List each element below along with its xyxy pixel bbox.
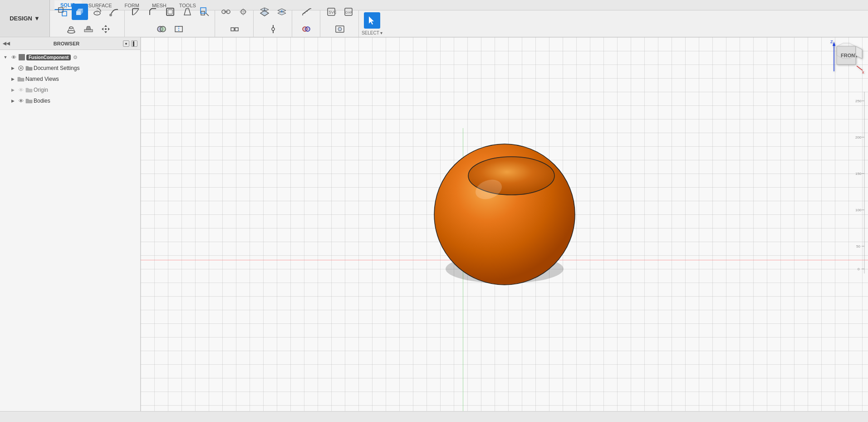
root-gear[interactable]: ⚙ <box>72 54 79 61</box>
toolbar-group-inspect: INSPECT ▾ <box>293 10 320 37</box>
browser-collapse-button[interactable]: ▌ <box>131 40 137 47</box>
toolbar-group-modify: MODIFY ▾ <box>126 10 215 37</box>
draft-button[interactable] <box>179 4 196 20</box>
svg-text:x: x <box>862 70 864 74</box>
viewport[interactable]: Z FRONT x 250 200 150 <box>141 37 868 411</box>
toolbar: DESIGN ▼ SOLID SURFACE FORM MESH TOOLS <box>0 0 868 37</box>
assemble-row1 <box>218 4 251 20</box>
design-button[interactable]: DESIGN ▼ <box>0 0 50 37</box>
named-views-folder-icon <box>17 75 25 83</box>
bodies-eye[interactable]: 👁 <box>17 97 25 104</box>
browser-item-named-views[interactable]: ▶ Named Views <box>0 74 140 84</box>
insert-svg-button[interactable]: SVG <box>323 4 339 20</box>
sweep-button[interactable] <box>106 4 123 20</box>
origin-expand[interactable]: ▶ <box>9 86 16 94</box>
select-button[interactable] <box>364 12 380 29</box>
loft-button[interactable] <box>63 21 79 37</box>
svg-point-19 <box>105 28 107 30</box>
doc-settings-expand[interactable]: ▶ <box>9 65 16 72</box>
browser-header: ◀◀ BROWSER ● ▌ <box>0 37 140 50</box>
new-joint-button[interactable] <box>218 4 234 20</box>
svg-marker-15 <box>104 25 107 27</box>
design-arrow: ▼ <box>34 15 40 22</box>
combine-button[interactable] <box>153 21 170 37</box>
svg-marker-17 <box>102 28 103 30</box>
svg-text:50: 50 <box>856 244 860 248</box>
svg-point-8 <box>109 14 112 16</box>
svg-marker-22 <box>184 9 191 15</box>
origin-label: Origin <box>34 87 138 93</box>
svg-marker-18 <box>108 28 110 30</box>
view-cube[interactable]: Z FRONT x <box>829 40 866 77</box>
svg-line-25 <box>206 13 209 16</box>
svg-point-9 <box>68 30 75 33</box>
svg-rect-3 <box>76 11 81 15</box>
chamfer-button[interactable] <box>145 4 161 20</box>
move-button[interactable] <box>98 21 114 37</box>
rib-button[interactable] <box>80 21 97 37</box>
insert-canvas-button[interactable] <box>332 21 348 37</box>
browser-item-origin[interactable]: ▶ 👁 Origin <box>0 84 140 95</box>
root-expand[interactable]: ▼ <box>2 54 9 61</box>
svg-point-27 <box>160 26 166 32</box>
svg-rect-24 <box>201 8 206 13</box>
joint-origin-button[interactable] <box>235 4 251 20</box>
scale-ruler: 250 200 150 100 50 0 <box>855 92 868 273</box>
extrude-button[interactable] <box>72 4 88 20</box>
interference-button[interactable] <box>298 21 314 37</box>
svg-marker-41 <box>260 8 269 11</box>
svg-marker-16 <box>104 31 107 33</box>
browser-root-item[interactable]: ▼ 👁 FusionComponent ⚙ <box>0 52 140 63</box>
create-row2 <box>63 21 114 37</box>
new-component-button[interactable] <box>54 4 71 20</box>
inspect-row2 <box>298 21 314 37</box>
root-component-badge: FusionComponent <box>26 55 71 60</box>
modify-row2 <box>153 21 187 37</box>
browser-back-arrow[interactable]: ◀◀ <box>3 41 10 46</box>
select-label[interactable]: SELECT ▾ <box>362 30 383 35</box>
origin-eye[interactable]: 👁 <box>17 86 25 94</box>
modify-row1 <box>128 4 213 20</box>
revolve-button[interactable] <box>89 4 105 20</box>
svg-rect-20 <box>167 8 174 15</box>
named-views-label: Named Views <box>25 76 138 82</box>
scale-button[interactable] <box>196 4 213 20</box>
insert-row1: SVG DXF <box>323 4 357 20</box>
svg-text:0: 0 <box>858 267 860 271</box>
root-component-icon <box>18 54 25 61</box>
split-button[interactable] <box>171 21 187 37</box>
offset-plane-button[interactable] <box>256 4 273 20</box>
named-views-expand[interactable]: ▶ <box>9 75 16 83</box>
svg-text:250: 250 <box>855 99 862 103</box>
svg-rect-13 <box>84 30 93 32</box>
toolbar-group-create: CREATE ▾ <box>53 10 125 37</box>
doc-settings-label: Document Settings <box>34 65 138 71</box>
fillet-button[interactable] <box>128 4 144 20</box>
svg-text:150: 150 <box>855 172 862 176</box>
toolbar-button-row: CREATE ▾ <box>50 10 868 37</box>
doc-settings-icon <box>17 65 25 72</box>
svg-text:SVG: SVG <box>329 10 336 15</box>
toolbar-group-assemble: ASSEMBLE ▾ <box>216 10 254 37</box>
midplane-button[interactable] <box>274 4 290 20</box>
doc-settings-folder-icon <box>25 65 33 72</box>
insert-dxf-button[interactable]: DXF <box>340 4 357 20</box>
bodies-expand[interactable]: ▶ <box>9 97 16 104</box>
toolbar-group-construct: CONSTRUCT ▾ <box>255 10 292 37</box>
browser-item-doc-settings[interactable]: ▶ Document Settings <box>0 63 140 74</box>
browser-pin-button[interactable]: ● <box>123 40 129 47</box>
axis-button[interactable] <box>265 21 281 37</box>
rigid-group-button[interactable] <box>226 21 243 37</box>
svg-rect-61 <box>19 54 25 60</box>
shell-button[interactable] <box>162 4 178 20</box>
svg-text:DXF: DXF <box>345 10 353 15</box>
root-eye[interactable]: 👁 <box>10 54 17 61</box>
insert-row2 <box>332 21 348 37</box>
svg-marker-60 <box>369 16 374 25</box>
design-label: DESIGN <box>10 15 32 22</box>
measure-button[interactable] <box>298 4 314 20</box>
construct-row1 <box>256 4 290 20</box>
browser-title: BROWSER <box>12 41 121 46</box>
browser-item-bodies[interactable]: ▶ 👁 Bodies <box>0 95 140 106</box>
svg-rect-37 <box>235 28 238 31</box>
